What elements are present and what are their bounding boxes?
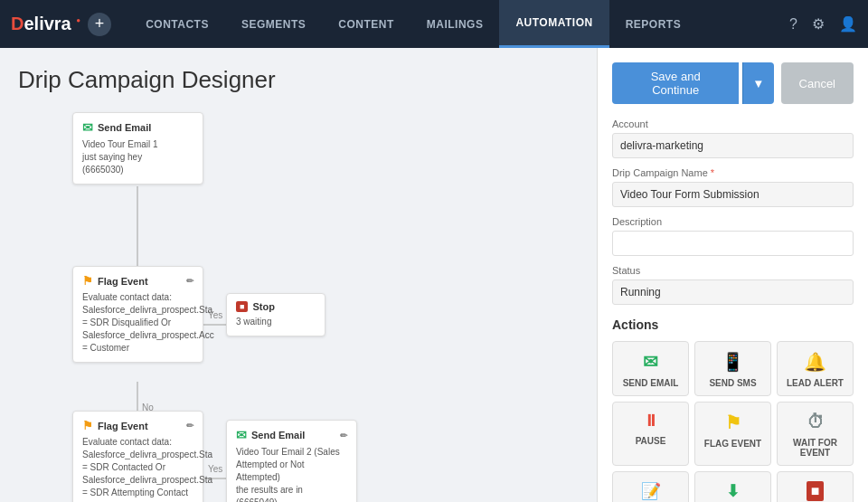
node-content: Video Tour Email 2 (Sales Attempted or N… <box>236 446 347 502</box>
status-label: Status <box>612 265 854 276</box>
nav-segments[interactable]: SEGMENTS <box>225 0 322 48</box>
action-label: LEAD ALERT <box>787 378 844 388</box>
header-right: ? ⚙ 👤 <box>789 15 857 33</box>
node-content: Evaluate contact data: Salesforce_delivr… <box>82 436 193 499</box>
main-content: Drip Campaign Designer Yes No Yes <box>0 48 868 502</box>
actions-grid: ✉ SEND EMAIL 📱 SEND SMS 🔔 LEAD ALERT ⏸ P… <box>612 341 854 502</box>
description-label: Description <box>612 216 854 227</box>
action-lead-icon: 🔔 <box>804 351 826 373</box>
action-export-icon: ⬇ <box>726 481 740 501</box>
nav-contacts[interactable]: CONTACTS <box>129 0 225 48</box>
action-pause[interactable]: ⏸ PAUSE <box>612 402 689 466</box>
designer-panel: Drip Campaign Designer Yes No Yes <box>0 48 597 502</box>
node-flag-event-2[interactable]: ⚑ Flag Event ✏ Evaluate contact data: Sa… <box>72 411 203 502</box>
header: Delivra ● + CONTACTS SEGMENTS CONTENT MA… <box>0 0 868 48</box>
stop-icon: ■ <box>236 301 248 312</box>
node-flag-event-1[interactable]: ⚑ Flag Event ✏ Evaluate contact data: Sa… <box>72 266 203 363</box>
save-dropdown-button[interactable]: ▼ <box>742 62 773 104</box>
logo: Delivra ● <box>11 14 80 34</box>
action-label: FLAG EVENT <box>704 439 761 449</box>
action-buttons: Save and Continue ▼ Cancel <box>612 62 854 104</box>
action-update-field[interactable]: 📝 UPDATE FIELD <box>612 471 689 502</box>
node-content: Evaluate contact data: Salesforce_delivr… <box>82 291 193 355</box>
svg-text:Yes: Yes <box>208 464 222 474</box>
account-label: Account <box>612 118 854 129</box>
sidebar-panel: Save and Continue ▼ Cancel Account deliv… <box>597 48 868 502</box>
send-email-icon: ✉ <box>82 120 93 135</box>
action-sms-icon: 📱 <box>722 351 744 373</box>
campaign-value: Video Tour Form Submission <box>612 182 854 207</box>
edit-icon-2[interactable]: ✏ <box>186 421 193 431</box>
action-stop-icon: ■ <box>807 481 825 501</box>
action-export-csv[interactable]: ⬇ EXPORT CSV <box>694 471 771 502</box>
action-send-email[interactable]: ✉ SEND EMAIL <box>612 341 689 396</box>
action-update-icon: 📝 <box>641 481 661 501</box>
nav-reports[interactable]: REPORTS <box>609 0 698 48</box>
edit-icon-3[interactable]: ✏ <box>340 431 347 440</box>
node-content: Video Tour Email 1 just saying hey (6665… <box>82 138 193 176</box>
page-title: Drip Campaign Designer <box>18 66 579 94</box>
save-continue-button[interactable]: Save and Continue <box>612 62 739 104</box>
help-icon[interactable]: ? <box>789 16 797 33</box>
action-label: SEND EMAIL <box>623 378 679 388</box>
edit-icon-1[interactable]: ✏ <box>186 276 193 286</box>
status-value: Running <box>612 279 854 305</box>
flag-icon-1: ⚑ <box>82 274 93 288</box>
action-pause-icon: ⏸ <box>643 412 659 431</box>
action-flag-event[interactable]: ⚑ FLAG EVENT <box>694 402 771 466</box>
action-flag-icon: ⚑ <box>725 412 741 433</box>
main-nav: CONTACTS SEGMENTS CONTENT MAILINGS AUTOM… <box>129 0 789 48</box>
flag-icon-2: ⚑ <box>82 419 93 432</box>
node-content: 3 waiting <box>236 316 316 328</box>
node-label: Flag Event <box>98 276 148 287</box>
campaign-label: Drip Campaign Name * <box>612 167 854 178</box>
action-label: WAIT FOR EVENT <box>783 438 847 458</box>
nav-mailings[interactable]: MAILINGS <box>410 0 500 48</box>
action-send-sms[interactable]: 📱 SEND SMS <box>694 341 771 396</box>
node-label: Flag Event <box>98 421 148 431</box>
node-label: Send Email <box>98 122 151 133</box>
action-stop[interactable]: ■ STOP <box>777 471 854 502</box>
actions-title: Actions <box>612 317 854 332</box>
settings-icon[interactable]: ⚙ <box>812 15 825 33</box>
node-label: Send Email <box>251 430 305 440</box>
node-stop[interactable]: ■ Stop 3 waiting <box>226 293 326 336</box>
user-icon[interactable]: 👤 <box>839 15 857 33</box>
nav-automation[interactable]: AUTOMATION <box>499 0 609 48</box>
action-wait-icon: ⏱ <box>807 412 825 432</box>
node-label: Stop <box>252 301 274 312</box>
logo-area: Delivra ● + <box>11 13 111 36</box>
action-label: SEND SMS <box>709 378 756 388</box>
node-send-email-2[interactable]: ✉ Send Email ✏ Video Tour Email 2 (Sales… <box>226 420 357 502</box>
action-wait-for-event[interactable]: ⏱ WAIT FOR EVENT <box>777 402 854 466</box>
nav-content[interactable]: CONTENT <box>322 0 410 48</box>
send-email-icon-2: ✉ <box>236 428 247 442</box>
action-label: PAUSE <box>636 436 666 446</box>
node-send-email-1[interactable]: ✉ Send Email Video Tour Email 1 just say… <box>72 112 203 185</box>
action-email-icon: ✉ <box>643 351 658 373</box>
account-value: delivra-marketing <box>612 133 854 158</box>
cancel-button[interactable]: Cancel <box>781 62 854 104</box>
add-button[interactable]: + <box>88 13 111 36</box>
description-input[interactable] <box>612 231 854 256</box>
action-lead-alert[interactable]: 🔔 LEAD ALERT <box>777 341 854 396</box>
